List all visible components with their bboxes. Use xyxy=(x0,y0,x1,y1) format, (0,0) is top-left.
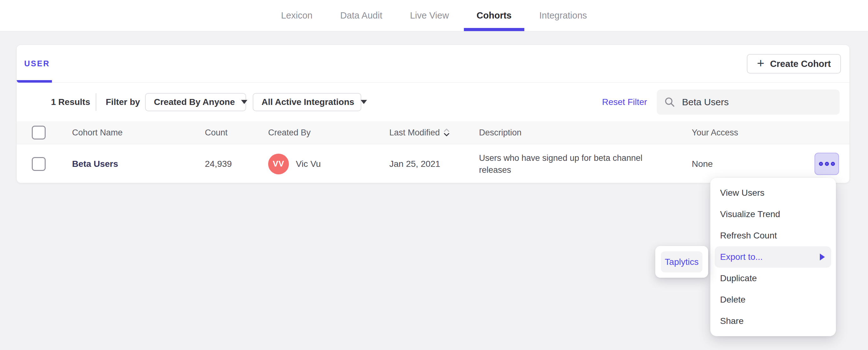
cohort-name-link[interactable]: Beta Users xyxy=(72,159,205,169)
select-all-checkbox[interactable] xyxy=(32,126,45,140)
submenu-item-taplytics[interactable]: Taplytics xyxy=(661,251,703,272)
created-by-dropdown[interactable]: Created By Anyone xyxy=(145,93,246,111)
created-by-dropdown-value: Created By Anyone xyxy=(154,97,235,107)
menu-item-duplicate[interactable]: Duplicate xyxy=(710,268,836,289)
reset-filter-link[interactable]: Reset Filter xyxy=(602,97,647,107)
tab-lexicon[interactable]: Lexicon xyxy=(281,0,312,31)
column-header-count[interactable]: Count xyxy=(205,128,268,138)
column-header-your-access[interactable]: Your Access xyxy=(692,128,814,138)
integrations-dropdown[interactable]: All Active Integrations xyxy=(253,93,361,111)
more-actions-button[interactable] xyxy=(814,153,839,175)
last-modified-value: Jan 25, 2021 xyxy=(389,159,479,169)
menu-item-share[interactable]: Share xyxy=(710,310,836,332)
create-cohort-button[interactable]: + Create Cohort xyxy=(747,54,841,73)
cohort-count: 24,939 xyxy=(205,159,268,169)
integrations-dropdown-value: All Active Integrations xyxy=(261,97,354,107)
menu-item-refresh-count[interactable]: Refresh Count xyxy=(710,225,836,246)
tab-cohorts[interactable]: Cohorts xyxy=(476,0,512,31)
filter-by-label: Filter by xyxy=(106,97,140,107)
your-access-value: None xyxy=(692,159,814,169)
tab-integrations[interactable]: Integrations xyxy=(539,0,587,31)
menu-item-view-users[interactable]: View Users xyxy=(710,182,836,204)
panel-header: USER + Create Cohort xyxy=(17,45,849,83)
tab-data-audit[interactable]: Data Audit xyxy=(340,0,382,31)
submenu-arrow-icon xyxy=(820,253,825,260)
tab-live-view[interactable]: Live View xyxy=(410,0,449,31)
created-by-name: Vic Vu xyxy=(296,159,321,169)
search-box[interactable] xyxy=(657,90,840,115)
search-input[interactable] xyxy=(682,97,832,107)
results-count: 1 Results xyxy=(51,97,90,107)
export-submenu: Taplytics xyxy=(655,246,708,278)
menu-item-export-to[interactable]: Export to... xyxy=(715,246,831,268)
created-by-cell: VV Vic Vu xyxy=(268,154,389,174)
column-header-cohort-name[interactable]: Cohort Name xyxy=(72,128,205,138)
menu-item-delete[interactable]: Delete xyxy=(710,289,836,310)
cohorts-panel: USER + Create Cohort 1 Results Filter by… xyxy=(17,45,850,183)
divider xyxy=(96,93,96,111)
chevron-down-icon xyxy=(361,100,367,104)
sort-icon xyxy=(443,128,450,137)
create-cohort-label: Create Cohort xyxy=(770,59,831,69)
cohort-description: Users who have signed up for beta channe… xyxy=(479,152,655,176)
column-header-description[interactable]: Description xyxy=(479,128,692,138)
plus-icon: + xyxy=(757,57,764,69)
column-header-last-modified[interactable]: Last Modified xyxy=(389,128,450,138)
tab-user[interactable]: USER xyxy=(24,59,50,68)
filter-bar: 1 Results Filter by Created By Anyone Al… xyxy=(17,83,849,121)
column-header-created-by[interactable]: Created By xyxy=(268,128,389,138)
search-icon xyxy=(664,97,675,107)
ellipsis-icon xyxy=(819,162,823,166)
user-tab-underline xyxy=(17,80,52,83)
chevron-down-icon xyxy=(241,100,247,104)
top-navigation: Lexicon Data Audit Live View Cohorts Int… xyxy=(0,0,868,31)
table-header: Cohort Name Count Created By Last Modifi… xyxy=(17,121,849,144)
menu-item-visualize-trend[interactable]: Visualize Trend xyxy=(710,204,836,225)
avatar: VV xyxy=(268,154,289,174)
row-checkbox[interactable] xyxy=(32,157,45,171)
row-actions-menu: View Users Visualize Trend Refresh Count… xyxy=(710,178,836,336)
